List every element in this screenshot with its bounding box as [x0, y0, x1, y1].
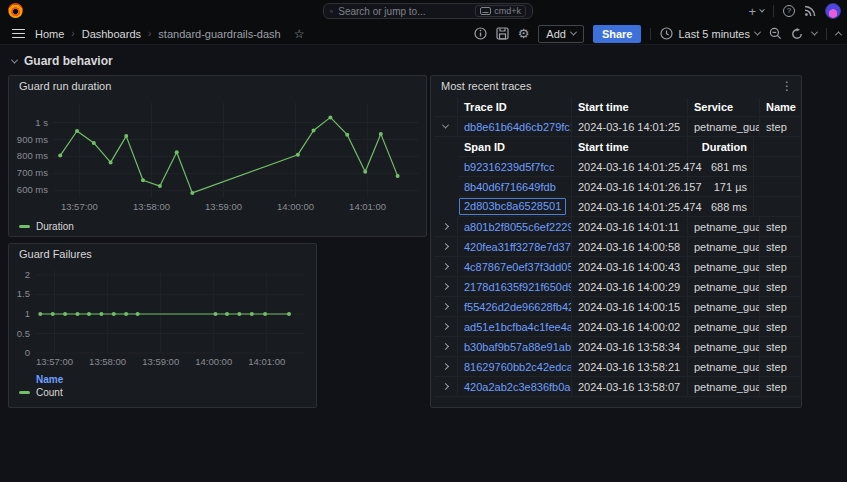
span-column-header: Duration — [688, 137, 754, 156]
trace-id-cell: 2178d1635f921f650d94... — [458, 277, 572, 296]
trace-id-link[interactable]: a801b2f8055c6ef2229... — [464, 221, 572, 233]
trace-start-time: 2024-03-16 14:01:11 — [572, 217, 688, 236]
panel-title[interactable]: Guard run duration — [9, 76, 426, 97]
gear-icon: ⚙ — [518, 27, 530, 40]
expand-row-toggle[interactable] — [434, 237, 458, 256]
trace-name: step — [760, 297, 800, 316]
trace-id-link[interactable]: b30baf9b57a88e91ab5... — [464, 341, 572, 353]
chevron-right-icon — [442, 343, 449, 350]
expand-row-toggle[interactable] — [434, 317, 458, 336]
guard-failures-chart: 13:57:0013:58:0013:59:0014:00:0014:01:00… — [9, 265, 316, 369]
trace-service: petname_guard — [688, 277, 760, 296]
zoom-out-icon — [769, 27, 782, 40]
trace-start-time: 2024-03-16 14:00:15 — [572, 297, 688, 316]
trace-id-link[interactable]: 420fea31ff3278e7d37f... — [464, 241, 572, 253]
refresh-interval-dropdown[interactable] — [812, 31, 817, 36]
trace-id-link[interactable]: ad51e1bcfba4c1fee4af3... — [464, 321, 572, 333]
chevron-right-icon — [442, 263, 449, 270]
trace-name: step — [760, 117, 800, 136]
trace-start-time: 2024-03-16 14:00:58 — [572, 237, 688, 256]
svg-text:13:58:00: 13:58:00 — [89, 356, 126, 367]
column-header[interactable]: Trace ID — [458, 98, 572, 116]
trace-id-link[interactable]: db8e61b64d6cb279fc1... — [464, 121, 572, 133]
keyboard-icon — [480, 7, 491, 15]
trace-start-time: 2024-03-16 14:00:43 — [572, 257, 688, 276]
span-start-time: 2024-03-16 14:01:25.474 — [572, 197, 688, 216]
trace-row: 81629760bb2c42edcae... 2024-03-16 13:58:… — [434, 357, 800, 377]
series-color-dash-icon — [19, 225, 30, 228]
panel-title[interactable]: Guard Failures — [9, 244, 316, 265]
collapse-row-toggle[interactable] — [434, 117, 458, 136]
expand-row-toggle[interactable] — [434, 217, 458, 236]
grafana-logo-icon[interactable] — [8, 3, 23, 18]
refresh-button[interactable] — [791, 28, 803, 40]
panel-guard-run-duration: Guard run duration 13:57:0013:58:0013:59… — [8, 75, 427, 237]
dashboard-settings-button[interactable]: ⚙ — [518, 27, 530, 40]
trace-id-link[interactable]: 420a2ab2c3e836fb0aa... — [464, 381, 572, 393]
column-header[interactable]: Service — [688, 98, 760, 116]
time-range-picker[interactable]: Last 5 minutes — [660, 27, 760, 40]
expand-row-toggle[interactable] — [434, 377, 458, 396]
trace-id-link[interactable]: f55426d2de96628fb42... — [464, 301, 572, 313]
legend-sort-name-header[interactable]: Name — [9, 373, 316, 385]
svg-text:14:00:00: 14:00:00 — [277, 201, 314, 212]
new-button[interactable]: + — [748, 5, 764, 18]
row-guard-behavior-toggle[interactable]: Guard behavior — [12, 54, 113, 68]
save-dashboard-button[interactable] — [496, 27, 509, 40]
refresh-icon — [791, 28, 803, 40]
row-title: Guard behavior — [24, 54, 113, 68]
help-button[interactable]: ? — [783, 5, 795, 17]
panel-info-button[interactable] — [474, 27, 487, 40]
expand-row-toggle[interactable] — [434, 257, 458, 276]
trace-row: ad51e1bcfba4c1fee4af3... 2024-03-16 14:0… — [434, 317, 800, 337]
trace-id-link[interactable]: 2178d1635f921f650d94... — [464, 281, 572, 293]
trace-row: 420fea31ff3278e7d37f... 2024-03-16 14:00… — [434, 237, 800, 257]
span-id-cell: 2d803bc8a6528501 — [458, 197, 572, 216]
menu-toggle-icon[interactable] — [10, 27, 27, 41]
rss-icon — [804, 5, 816, 17]
legend-item-count[interactable]: Count — [9, 385, 316, 398]
panel-menu-kebab-icon[interactable]: ⋮ — [777, 79, 797, 93]
favorite-star-icon[interactable]: ☆ — [294, 27, 305, 41]
search-input[interactable] — [338, 6, 470, 17]
search-box[interactable]: cmd+k — [323, 3, 533, 19]
legend-item-duration[interactable]: Duration — [9, 219, 426, 232]
svg-text:0.5: 0.5 — [17, 328, 30, 339]
span-id-link[interactable]: 2d803bc8a6528501 — [464, 200, 561, 212]
trace-id-link[interactable]: 81629760bb2c42edcae... — [464, 361, 572, 373]
legend-label: Duration — [36, 221, 74, 232]
span-id-link[interactable]: b92316239d5f7fcc — [464, 161, 555, 173]
trace-name: step — [760, 377, 800, 396]
profile-button[interactable] — [825, 3, 841, 19]
chevron-right-icon — [442, 323, 449, 330]
trace-start-time: 2024-03-16 14:01:25 — [572, 117, 688, 136]
svg-text:13:59:00: 13:59:00 — [142, 356, 179, 367]
breadcrumb: Home › Dashboards › standard-guardrails-… — [35, 27, 304, 41]
plus-icon: + — [748, 5, 756, 18]
expand-row-toggle[interactable] — [434, 337, 458, 356]
expand-row-toggle[interactable] — [434, 277, 458, 296]
span-id-link[interactable]: 8b40d6f716649fdb — [464, 181, 556, 193]
trace-service: petname_guard — [688, 337, 760, 356]
expand-row-toggle[interactable] — [434, 297, 458, 316]
column-header[interactable]: Start time — [572, 98, 688, 116]
trace-start-time: 2024-03-16 13:58:34 — [572, 337, 688, 356]
collapse-toolbar-button[interactable] — [836, 31, 841, 36]
chevron-right-icon — [442, 223, 449, 230]
panel-title[interactable]: Most recent traces — [431, 76, 801, 97]
share-button[interactable]: Share — [593, 25, 642, 43]
divider — [826, 28, 827, 40]
panel-guard-failures: Guard Failures 13:57:0013:58:0013:59:001… — [8, 243, 317, 408]
add-panel-button[interactable]: Add — [538, 25, 584, 43]
svg-text:1.5: 1.5 — [17, 288, 30, 299]
breadcrumb-home[interactable]: Home — [35, 28, 64, 40]
legend-label: Count — [36, 387, 63, 398]
expand-row-toggle[interactable] — [434, 357, 458, 376]
news-button[interactable] — [804, 5, 816, 17]
column-header[interactable]: Name — [760, 98, 800, 116]
trace-name: step — [760, 237, 800, 256]
breadcrumb-dashboards[interactable]: Dashboards — [82, 28, 141, 40]
zoom-out-button[interactable] — [769, 27, 782, 40]
trace-start-time: 2024-03-16 14:00:02 — [572, 317, 688, 336]
trace-id-link[interactable]: 4c87867e0ef37f3dd05... — [464, 261, 572, 273]
